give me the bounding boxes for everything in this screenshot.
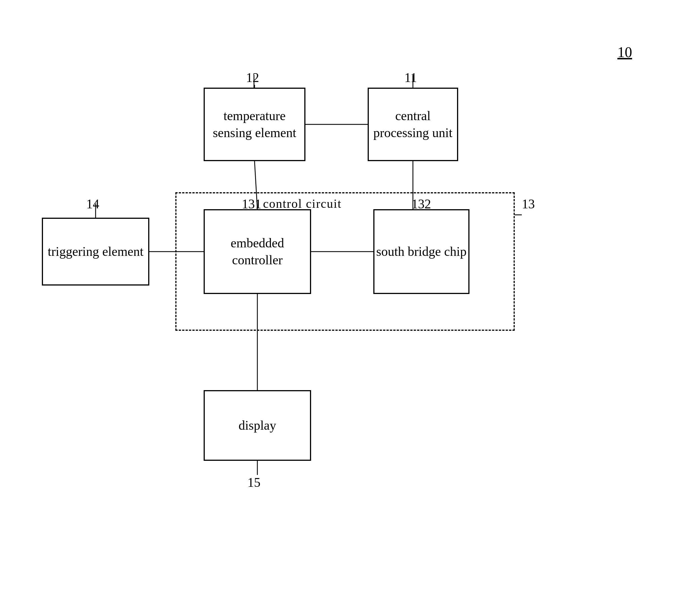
ref-132: 132	[411, 196, 431, 212]
box-cpu: central processing unit	[368, 88, 458, 161]
box-south-bridge: south bridge chip	[373, 209, 469, 294]
box-south-bridge-label: south bridge chip	[376, 243, 466, 260]
ref-14: 14	[86, 196, 99, 212]
box-embedded-controller-label: embedded controller	[205, 235, 310, 268]
box-display: display	[204, 390, 311, 461]
box-triggering-element-label: triggering element	[48, 243, 144, 260]
box-temperature-sensing: temperature sensing element	[204, 88, 305, 161]
ref-131: 131	[242, 196, 261, 212]
diagram-container: 10	[0, 0, 683, 616]
box-temperature-sensing-label: temperature sensing element	[205, 107, 304, 141]
ref-label-10: 10	[617, 44, 632, 61]
box-display-label: display	[239, 417, 276, 434]
box-embedded-controller: embedded controller	[204, 209, 311, 294]
ref-11: 11	[404, 70, 417, 85]
control-circuit-text: control circuit	[263, 196, 342, 211]
ref-12: 12	[246, 70, 259, 85]
ref-13: 13	[522, 196, 535, 212]
box-cpu-label: central processing unit	[369, 107, 457, 141]
box-triggering-element: triggering element	[42, 218, 149, 286]
ref-15: 15	[248, 475, 260, 490]
